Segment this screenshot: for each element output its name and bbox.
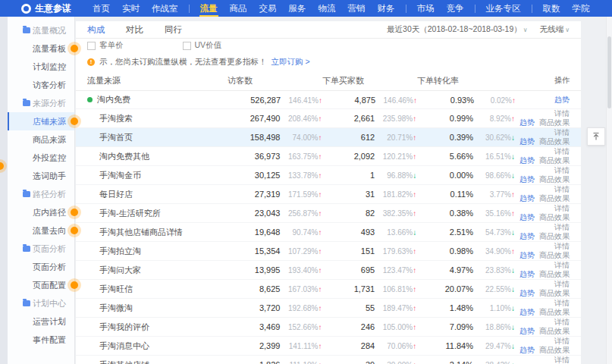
checkbox-unchecked-icon[interactable] <box>87 42 96 50</box>
checkbox-unchecked-icon[interactable] <box>183 42 191 50</box>
nav-item-link[interactable]: 学院 <box>566 0 596 17</box>
table-row[interactable]: 手淘-生活研究所23,043256.87%↑82382.35%↑0.38%35.… <box>76 204 581 223</box>
table-row[interactable]: 手淘微淘3,720192.68%↑55189.47%↑1.48%1.10%↓详情… <box>76 299 581 318</box>
window-scrollbar[interactable] <box>606 17 612 364</box>
nav-item-link[interactable]: 实时 <box>116 0 146 17</box>
scrollbar-thumb[interactable] <box>607 36 611 108</box>
detail-link[interactable]: 详情 <box>554 242 570 250</box>
product-effect-link[interactable]: 商品效果 <box>539 137 570 146</box>
product-effect-link[interactable]: 商品效果 <box>539 251 570 259</box>
detail-link[interactable]: 详情 <box>554 337 570 345</box>
trend-link[interactable]: 趋势 <box>519 137 535 146</box>
nav-item-link[interactable]: 商品 <box>224 0 253 17</box>
sidebar-item[interactable]: 页面分析 <box>8 258 74 276</box>
table-row[interactable]: 手淘问大家13,995193.40%↑695123.47%↑4.97%23.83… <box>76 261 581 280</box>
trend-link[interactable]: 趋势 <box>519 156 535 165</box>
table-row[interactable]: 手淘其他店铺1,826111.10%↑3930.00%↑2.14%38.42%↓… <box>76 356 581 364</box>
trend-link[interactable]: 趋势 <box>519 118 535 127</box>
trend-link[interactable]: 趋势 <box>519 213 535 221</box>
product-effect-link[interactable]: 商品效果 <box>539 289 570 297</box>
trend-link[interactable]: 趋势 <box>519 232 535 240</box>
nav-item-link[interactable]: 作战室 <box>146 0 184 17</box>
detail-link[interactable]: 详情 <box>554 318 570 326</box>
table-row[interactable]: 手淘搜索267,490208.46%↑2,661235.98%↑0.99%8.9… <box>76 109 581 128</box>
product-effect-link[interactable]: 商品效果 <box>539 270 570 278</box>
trend-link[interactable]: 趋势 <box>519 289 535 297</box>
detail-link[interactable]: 详情 <box>554 166 570 174</box>
trend-link[interactable]: 趋势 <box>519 270 535 278</box>
detail-link[interactable]: 详情 <box>554 280 570 288</box>
nav-item-link[interactable]: 营销 <box>342 0 372 17</box>
sidebar-item[interactable]: 事件配置 <box>8 331 74 349</box>
date-range-selector[interactable]: 最近30天（2018-02-18~2018-03-19）∨ <box>387 24 528 35</box>
detail-link[interactable]: 详情 <box>554 204 570 212</box>
table-row[interactable]: 淘内免费526,287146.41%↑4,875146.46%↑0.93%0.0… <box>76 91 581 109</box>
sidebar-item[interactable]: 选词助手 <box>8 167 74 185</box>
tab-item[interactable]: 同行 <box>165 21 182 38</box>
product-effect-link[interactable]: 商品效果 <box>539 308 570 316</box>
back-to-top-button[interactable] <box>587 127 605 146</box>
nav-item-active[interactable]: 流量 <box>194 0 224 17</box>
nav-item-link[interactable]: 财务 <box>372 0 401 17</box>
nav-item-link[interactable]: 市场 <box>411 0 441 17</box>
tab-item[interactable]: 对比 <box>126 21 143 38</box>
subscribe-link[interactable]: 立即订购 > <box>271 57 310 67</box>
sidebar-item[interactable]: 计划监控 <box>8 58 74 76</box>
trend-link[interactable]: 趋势 <box>519 346 535 354</box>
product-effect-link[interactable]: 商品效果 <box>539 327 570 335</box>
trend-link[interactable]: 趋势 <box>554 96 570 104</box>
sidebar-item[interactable]: 店铺来源 <box>8 112 74 130</box>
product-effect-link[interactable]: 商品效果 <box>539 346 570 354</box>
nav-item-link[interactable]: 取数 <box>537 0 566 17</box>
app-logo[interactable]: 生意参谋 <box>21 2 71 15</box>
table-row[interactable]: 手淘拍立淘15,354107.29%↑151179.63%↑0.98%34.90… <box>76 242 581 261</box>
trend-link[interactable]: 趋势 <box>519 175 535 184</box>
detail-link[interactable]: 详情 <box>554 299 570 307</box>
table-row[interactable]: 手淘消息中心2,399141.11%↑28470.06%↑11.84%29.47… <box>76 337 581 356</box>
nav-item-link[interactable]: 交易 <box>253 0 283 17</box>
nav-item-link[interactable]: 服务 <box>283 0 312 17</box>
sidebar-item[interactable]: 流量去向 <box>8 221 74 240</box>
nav-item-link[interactable]: 业务专区 <box>480 0 527 17</box>
sidebar-item[interactable]: 页面配置 <box>8 276 74 294</box>
table-row[interactable]: 手淘我的评价3,469152.66%↑246105.00%↑7.09%18.86… <box>76 318 581 337</box>
nav-item-link[interactable]: 首页 <box>86 0 116 17</box>
tab-active[interactable]: 构成 <box>87 21 105 38</box>
table-row[interactable]: 手淘淘金币30,125133.78%↑196.88%↓0.00%98.66%↓详… <box>76 166 581 185</box>
detail-link[interactable]: 详情 <box>554 261 570 269</box>
nav-item-link[interactable]: 物流 <box>312 0 342 17</box>
table-row[interactable]: 淘内免费其他36,973163.75%↑2,092120.21%↑5.66%16… <box>76 147 581 166</box>
product-effect-link[interactable]: 商品效果 <box>539 194 570 202</box>
trend-link[interactable]: 趋势 <box>519 194 535 202</box>
trend-link[interactable]: 趋势 <box>519 327 535 335</box>
product-effect-link[interactable]: 商品效果 <box>539 232 570 240</box>
detail-link[interactable]: 详情 <box>554 109 570 118</box>
product-effect-link[interactable]: 商品效果 <box>539 156 570 165</box>
detail-link[interactable]: 详情 <box>554 223 570 231</box>
table-row[interactable]: 手淘其他店铺商品详情19,64890.74%↑49313.66%↓2.51%54… <box>76 223 581 242</box>
trend-link[interactable]: 趋势 <box>519 251 535 259</box>
product-effect-link[interactable]: 商品效果 <box>539 118 570 127</box>
detail-link[interactable]: 详情 <box>554 128 570 136</box>
sidebar-item[interactable]: 外投监控 <box>8 149 74 167</box>
sidebar-item[interactable]: 访客分析 <box>8 76 74 94</box>
detail-link[interactable]: 详情 <box>554 356 570 364</box>
product-effect-link[interactable]: 商品效果 <box>539 175 570 184</box>
product-effect-link[interactable]: 商品效果 <box>539 213 570 221</box>
traffic-source-name: 手淘拍立淘 <box>99 246 141 257</box>
detail-link[interactable]: 详情 <box>554 147 570 155</box>
nav-item-link[interactable]: 竞争 <box>441 0 470 17</box>
detail-link[interactable]: 详情 <box>554 185 570 193</box>
table-row[interactable]: 手淘首页158,49874.00%↑61220.71%↑0.39%30.62%↓… <box>76 128 581 147</box>
sidebar-item[interactable]: 流量看板 <box>8 39 74 58</box>
action-line: 趋势商品效果 <box>515 118 570 127</box>
sidebar-item[interactable]: 运营计划 <box>8 312 74 331</box>
device-selector[interactable]: 无线端∨ <box>540 24 570 35</box>
metric-checkbox-option[interactable]: 客单价 <box>87 40 124 51</box>
trend-link[interactable]: 趋势 <box>519 308 535 316</box>
sidebar-item[interactable]: 店内路径 <box>8 203 74 221</box>
sidebar-item[interactable]: 商品来源 <box>8 130 74 149</box>
table-row[interactable]: 手淘旺信8,625167.03%↑1,731106.81%↑20.07%22.5… <box>76 280 581 299</box>
metric-checkbox-option[interactable]: UV价值 <box>183 40 222 51</box>
table-row[interactable]: 每日好店27,319171.59%↑31181.82%↑0.11%3.77%↑详… <box>76 185 581 204</box>
